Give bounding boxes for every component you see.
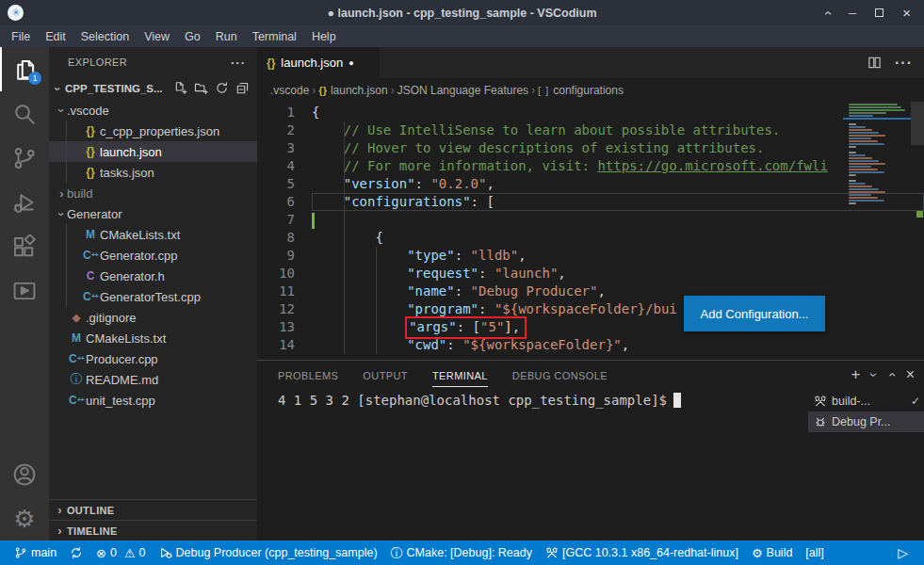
tree-item-producer-cpp[interactable]: C++Producer.cpp [49, 348, 257, 369]
status-problems[interactable]: ⊗0⚠0 [89, 546, 152, 559]
new-folder-icon[interactable] [194, 81, 208, 97]
project-root-row[interactable]: › CPP_TESTING_S... [49, 77, 257, 100]
menu-terminal[interactable]: Terminal [245, 28, 304, 45]
tab-launch-json[interactable]: {} launch.json ● [257, 47, 380, 78]
add-configuration-button[interactable]: Add Configuration... [684, 296, 825, 331]
panel-tab-terminal[interactable]: TERMINAL [432, 363, 488, 387]
status-debug[interactable]: Debug Producer (cpp_testing_sample) [153, 546, 384, 559]
terminal[interactable]: 4 1 5 3 2 [stephan@localhost cpp_testing… [257, 389, 808, 541]
menu-help[interactable]: Help [304, 28, 344, 45]
tree-item--gitignore[interactable]: ◆.gitignore [49, 307, 257, 328]
menu-view[interactable]: View [137, 28, 177, 45]
breadcrumb--vscode[interactable]: .vscode [270, 84, 309, 97]
panel-tab-problems[interactable]: PROBLEMS [278, 363, 338, 386]
terminal-instance-debug-pr-[interactable]: Debug Pr... [808, 412, 924, 432]
tree-item-c-cpp-properties-json[interactable]: {}c_cpp_properties.json [49, 121, 257, 141]
new-terminal-icon[interactable]: + [851, 365, 860, 384]
scrollbar-slider[interactable] [911, 102, 924, 145]
activity-account-icon[interactable] [0, 452, 49, 496]
tree-item-readme-md[interactable]: ⓘREADME.md [49, 369, 257, 390]
tree-item-cmakelists-txt[interactable]: MCMakeLists.txt [49, 224, 257, 245]
tree-item-launch-json[interactable]: {}launch.json [49, 141, 257, 162]
section-outline[interactable]: ›OUTLINE [49, 499, 257, 520]
chevron-down-icon: › [55, 105, 69, 116]
maximize-icon[interactable] [875, 8, 883, 17]
minimize-icon[interactable]: ─ [849, 7, 857, 20]
editor-scrollbar[interactable] [911, 102, 924, 360]
menu-selection[interactable]: Selection [73, 28, 137, 45]
activity-run-debug-icon[interactable] [0, 180, 49, 224]
status--gcc[interactable]: [GCC 10.3.1 x86_64-redhat-linux] [539, 546, 745, 559]
status-launch-target[interactable]: ▷ [891, 546, 915, 559]
split-editor-icon[interactable] [867, 56, 882, 70]
tree-item-generator-cpp[interactable]: C++Generator.cpp [49, 245, 257, 266]
sidebar-sections: ›OUTLINE›TIMELINE [49, 499, 257, 541]
tree-item-generatortest-cpp[interactable]: C++GeneratorTest.cpp [49, 286, 257, 307]
activity-test-panel-icon[interactable] [0, 268, 49, 313]
status-sync[interactable] [63, 546, 89, 559]
menu-file[interactable]: File [4, 28, 38, 45]
code-line-6[interactable]: 6 "configurations": [ [257, 193, 924, 211]
activity-search-icon[interactable] [0, 91, 49, 136]
breadcrumb-launch-json[interactable]: {}launch.json [318, 84, 387, 97]
status-build[interactable]: ⚙Build [745, 546, 799, 559]
status-main[interactable]: main [8, 546, 63, 559]
tree-item-generator[interactable]: ›Generator [49, 203, 257, 224]
gutter-gap [295, 175, 312, 193]
panel-body: 4 1 5 3 2 [stephan@localhost cpp_testing… [257, 389, 924, 541]
chevron-right-icon: › [55, 503, 65, 517]
gutter-gap [295, 265, 312, 282]
refresh-explorer-icon[interactable] [215, 81, 229, 97]
line-number: 5 [257, 175, 295, 193]
code-line-4[interactable]: 4 // For more information, visit: https:… [257, 157, 924, 175]
breadcrumb-configurations[interactable]: [ ]configurations [538, 84, 624, 97]
activity-extensions-icon[interactable] [0, 224, 49, 268]
code-line-10[interactable]: 10 "request": "launch", [257, 265, 924, 282]
activity-settings-icon[interactable]: ⚙ [0, 496, 49, 541]
code-line-2[interactable]: 2 // Use IntelliSense to learn about pos… [257, 121, 924, 139]
code-line-3[interactable]: 3 // Hover to view descriptions of exist… [257, 139, 924, 157]
code-line-1[interactable]: 1{ [257, 104, 924, 121]
tree-item-unit-test-cpp[interactable]: C++unit_test.cpp [49, 390, 257, 411]
tree-item-generator-h[interactable]: CGenerator.h [49, 266, 257, 286]
activity-explorer-icon[interactable]: 1 [0, 47, 49, 91]
tab-bar: {} launch.json ● ··· [257, 47, 924, 78]
line-number: 13 [257, 318, 295, 336]
close-panel-icon[interactable]: × [906, 366, 915, 383]
code-editor[interactable]: 1{2 // Use IntelliSense to learn about p… [257, 102, 924, 360]
terminal-instance-build-[interactable]: build-...✓ [808, 391, 924, 412]
menu-go[interactable]: Go [177, 28, 208, 45]
tree-item-tasks-json[interactable]: {}tasks.json [49, 162, 257, 183]
panel-tab-output[interactable]: OUTPUT [363, 363, 408, 386]
code-line-5[interactable]: 5 "version": "0.2.0", [257, 175, 924, 193]
sidebar-more-icon[interactable]: ··· [231, 56, 246, 70]
terminal-prompt-line: 4 1 5 3 2 [stephan@localhost cpp_testing… [278, 393, 808, 408]
new-file-icon[interactable] [173, 81, 187, 97]
section-timeline[interactable]: ›TIMELINE [49, 520, 257, 541]
close-window-icon[interactable]: × [902, 5, 911, 21]
code-line-8[interactable]: 8 { [257, 229, 924, 247]
code-line-9[interactable]: 9 "type": "lldb", [257, 247, 924, 265]
collapse-folders-icon[interactable] [235, 81, 250, 97]
shade-window-icon[interactable]: › [819, 10, 835, 15]
minimap[interactable] [843, 104, 911, 360]
tree-item--vscode[interactable]: ›.vscode [49, 100, 257, 121]
title-bar: ✳ ● launch.json - cpp_testing_sample - V… [0, 0, 924, 25]
tree-item-cmakelists-txt[interactable]: MCMakeLists.txt [49, 328, 257, 348]
editor-more-icon[interactable]: ··· [895, 55, 913, 72]
menu-edit[interactable]: Edit [38, 28, 73, 45]
tree-item-build[interactable]: ›build [49, 183, 257, 203]
maximize-panel-icon[interactable]: › [883, 373, 899, 378]
status-cmake[interactable]: ⓘCMake: [Debug]: Ready [384, 546, 539, 559]
activity-source-control-icon[interactable] [0, 136, 49, 180]
gutter-gap [295, 104, 312, 121]
code-line-14[interactable]: 14 "cwd": "${workspaceFolder}", [257, 336, 924, 354]
status--all-[interactable]: [all] [799, 546, 830, 559]
breadcrumb-json-language-features[interactable]: JSON Language Features [397, 84, 528, 97]
breadcrumb-separator: › [531, 84, 535, 97]
terminal-dropdown-icon[interactable]: › [867, 373, 883, 378]
menu-run[interactable]: Run [208, 28, 245, 45]
code-line-7[interactable]: 7 [257, 211, 924, 229]
panel-tab-debug-console[interactable]: DEBUG CONSOLE [512, 363, 608, 386]
main-area: 1⚙ EXPLORER ··· › CPP_TESTING_S... ›.vsc… [0, 47, 924, 541]
